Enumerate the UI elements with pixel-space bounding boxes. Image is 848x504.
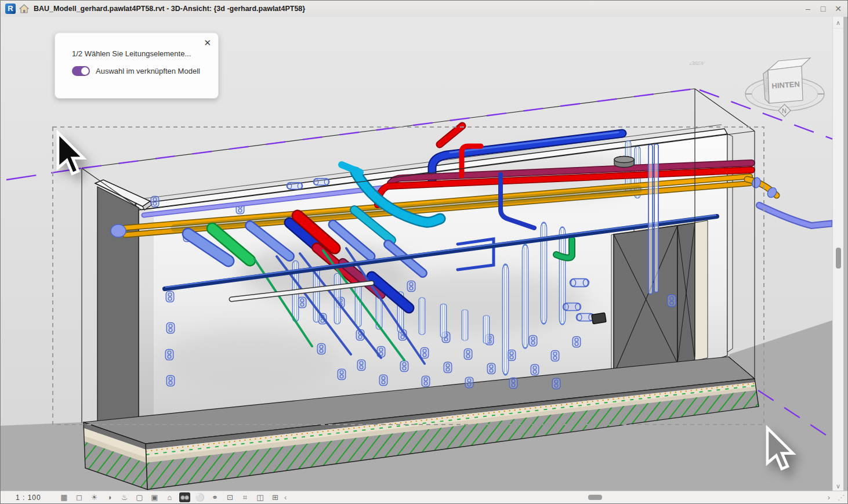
analytical-model-icon[interactable]: ⌗ (240, 492, 251, 502)
temporary-hide-isolate-icon[interactable] (179, 492, 190, 502)
window-title: BAU_Modell_gerhard.pawlat4PT58.rvt - 3D-… (34, 5, 305, 13)
sun-path-icon[interactable]: ☀ (89, 492, 100, 502)
worksharing-display-icon[interactable]: ⚭ (209, 492, 220, 502)
vertical-scrollbar[interactable]: ∧ ∨ (832, 17, 843, 492)
revit-window: R BAU_Modell_gerhard.pawlat4PT58.rvt - 3… (0, 0, 848, 504)
scroll-up-icon[interactable]: ∧ (833, 18, 843, 28)
title-bar[interactable]: R BAU_Modell_gerhard.pawlat4PT58.rvt - 3… (1, 1, 847, 17)
linked-model-toggle[interactable] (72, 66, 90, 76)
door-panel[interactable] (611, 216, 708, 376)
scale-button[interactable]: 1 : 100 (16, 494, 48, 502)
electrical-box[interactable] (592, 313, 606, 324)
viewcube-north: N (782, 107, 787, 114)
dialog-step-text: 1/2 Wählen Sie Leitungselemente... (72, 49, 191, 58)
view-control-icons: ▦◻☀◑♨▢▣⌂⚪⚭⊡⌗◫⊞ (59, 492, 281, 502)
render-dialog-icon[interactable]: ♨ (119, 492, 130, 502)
visual-style-icon[interactable]: ◻ (74, 492, 85, 502)
window-right-edge (843, 17, 847, 492)
horizontal-scrollbar[interactable] (287, 491, 823, 503)
temporary-view-properties-icon[interactable]: ⊡ (224, 492, 235, 502)
scroll-down-icon[interactable]: ∨ (833, 481, 843, 491)
viewcube[interactable]: N OBEN RECHTS HINTEN (688, 58, 824, 117)
detail-level-icon[interactable]: ▦ (59, 492, 70, 502)
minimize-button[interactable]: – (802, 3, 814, 14)
selection-dialog: ✕ 1/2 Wählen Sie Leitungselemente... Aus… (55, 32, 219, 99)
resize-grip-icon[interactable]: ⋰ (835, 494, 847, 502)
maximize-button[interactable]: □ (817, 3, 829, 14)
viewcube-top-label: OBEN (688, 60, 706, 66)
dialog-close-icon[interactable]: ✕ (204, 38, 211, 48)
cursor-black-arrow (58, 133, 84, 173)
hscroll-thumb[interactable] (588, 495, 602, 500)
reveal-hidden-elements-icon[interactable]: ⚪ (194, 492, 205, 502)
view-control-bar: 1 : 100 ▦◻☀◑♨▢▣⌂⚪⚭⊡⌗◫⊞ ‹ › ⋰ (1, 491, 847, 503)
home-icon[interactable] (19, 4, 29, 14)
pipe-periwinkle-right[interactable] (759, 205, 838, 227)
revit-app-icon: R (5, 3, 16, 14)
crop-view-icon[interactable]: ▢ (134, 492, 145, 502)
shadows-icon[interactable]: ◑ (104, 492, 115, 502)
displacement-sets-icon[interactable]: ◫ (255, 492, 266, 502)
scroll-right-icon[interactable]: › (823, 493, 835, 502)
reveal-constraints-icon[interactable]: ⊞ (270, 492, 281, 502)
toggle-label: Auswahl im verknüpften Modell (96, 67, 200, 75)
show-crop-region-icon[interactable]: ▣ (149, 492, 160, 502)
close-button[interactable]: ✕ (832, 3, 844, 14)
roof-cylinder[interactable] (614, 157, 634, 168)
vscroll-thumb[interactable] (836, 248, 841, 269)
lock-3d-view-icon[interactable]: ⌂ (164, 492, 175, 502)
